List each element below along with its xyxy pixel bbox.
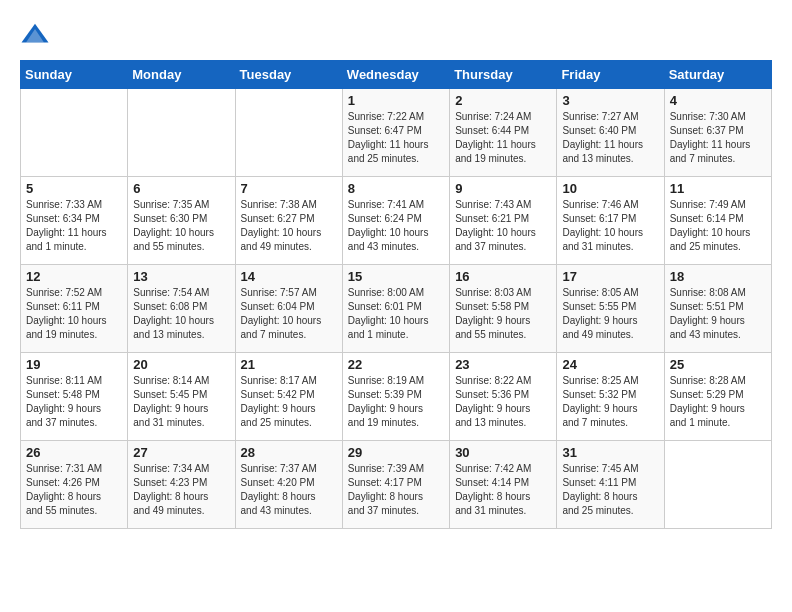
- day-info: Sunrise: 8:08 AM Sunset: 5:51 PM Dayligh…: [670, 286, 766, 342]
- calendar-cell: 28Sunrise: 7:37 AM Sunset: 4:20 PM Dayli…: [235, 441, 342, 529]
- day-info: Sunrise: 7:30 AM Sunset: 6:37 PM Dayligh…: [670, 110, 766, 166]
- logo: [20, 20, 54, 50]
- day-number: 10: [562, 181, 658, 196]
- column-header-friday: Friday: [557, 61, 664, 89]
- day-info: Sunrise: 8:00 AM Sunset: 6:01 PM Dayligh…: [348, 286, 444, 342]
- day-number: 27: [133, 445, 229, 460]
- calendar-cell: 22Sunrise: 8:19 AM Sunset: 5:39 PM Dayli…: [342, 353, 449, 441]
- day-number: 6: [133, 181, 229, 196]
- day-info: Sunrise: 8:03 AM Sunset: 5:58 PM Dayligh…: [455, 286, 551, 342]
- column-header-saturday: Saturday: [664, 61, 771, 89]
- day-number: 11: [670, 181, 766, 196]
- day-number: 15: [348, 269, 444, 284]
- day-info: Sunrise: 7:46 AM Sunset: 6:17 PM Dayligh…: [562, 198, 658, 254]
- calendar-cell: 14Sunrise: 7:57 AM Sunset: 6:04 PM Dayli…: [235, 265, 342, 353]
- calendar-cell: 18Sunrise: 8:08 AM Sunset: 5:51 PM Dayli…: [664, 265, 771, 353]
- day-info: Sunrise: 8:11 AM Sunset: 5:48 PM Dayligh…: [26, 374, 122, 430]
- calendar-header-row: SundayMondayTuesdayWednesdayThursdayFrid…: [21, 61, 772, 89]
- calendar-cell: 7Sunrise: 7:38 AM Sunset: 6:27 PM Daylig…: [235, 177, 342, 265]
- column-header-tuesday: Tuesday: [235, 61, 342, 89]
- calendar-cell: 10Sunrise: 7:46 AM Sunset: 6:17 PM Dayli…: [557, 177, 664, 265]
- day-number: 19: [26, 357, 122, 372]
- page-header: [20, 20, 772, 50]
- calendar-cell: 23Sunrise: 8:22 AM Sunset: 5:36 PM Dayli…: [450, 353, 557, 441]
- calendar-cell: [664, 441, 771, 529]
- day-number: 5: [26, 181, 122, 196]
- calendar-cell: 30Sunrise: 7:42 AM Sunset: 4:14 PM Dayli…: [450, 441, 557, 529]
- calendar-cell: [21, 89, 128, 177]
- calendar-cell: 12Sunrise: 7:52 AM Sunset: 6:11 PM Dayli…: [21, 265, 128, 353]
- day-info: Sunrise: 7:41 AM Sunset: 6:24 PM Dayligh…: [348, 198, 444, 254]
- day-info: Sunrise: 7:38 AM Sunset: 6:27 PM Dayligh…: [241, 198, 337, 254]
- day-info: Sunrise: 8:19 AM Sunset: 5:39 PM Dayligh…: [348, 374, 444, 430]
- week-row-5: 26Sunrise: 7:31 AM Sunset: 4:26 PM Dayli…: [21, 441, 772, 529]
- day-info: Sunrise: 8:17 AM Sunset: 5:42 PM Dayligh…: [241, 374, 337, 430]
- calendar-cell: 19Sunrise: 8:11 AM Sunset: 5:48 PM Dayli…: [21, 353, 128, 441]
- calendar-cell: 24Sunrise: 8:25 AM Sunset: 5:32 PM Dayli…: [557, 353, 664, 441]
- column-header-wednesday: Wednesday: [342, 61, 449, 89]
- day-info: Sunrise: 7:39 AM Sunset: 4:17 PM Dayligh…: [348, 462, 444, 518]
- week-row-2: 5Sunrise: 7:33 AM Sunset: 6:34 PM Daylig…: [21, 177, 772, 265]
- day-info: Sunrise: 7:45 AM Sunset: 4:11 PM Dayligh…: [562, 462, 658, 518]
- day-number: 3: [562, 93, 658, 108]
- day-number: 30: [455, 445, 551, 460]
- calendar-cell: 8Sunrise: 7:41 AM Sunset: 6:24 PM Daylig…: [342, 177, 449, 265]
- day-number: 18: [670, 269, 766, 284]
- calendar-cell: 4Sunrise: 7:30 AM Sunset: 6:37 PM Daylig…: [664, 89, 771, 177]
- day-number: 26: [26, 445, 122, 460]
- calendar-cell: 1Sunrise: 7:22 AM Sunset: 6:47 PM Daylig…: [342, 89, 449, 177]
- day-info: Sunrise: 7:42 AM Sunset: 4:14 PM Dayligh…: [455, 462, 551, 518]
- day-info: Sunrise: 7:27 AM Sunset: 6:40 PM Dayligh…: [562, 110, 658, 166]
- day-number: 16: [455, 269, 551, 284]
- day-info: Sunrise: 7:24 AM Sunset: 6:44 PM Dayligh…: [455, 110, 551, 166]
- day-number: 12: [26, 269, 122, 284]
- day-info: Sunrise: 7:49 AM Sunset: 6:14 PM Dayligh…: [670, 198, 766, 254]
- day-number: 28: [241, 445, 337, 460]
- calendar-cell: 3Sunrise: 7:27 AM Sunset: 6:40 PM Daylig…: [557, 89, 664, 177]
- week-row-3: 12Sunrise: 7:52 AM Sunset: 6:11 PM Dayli…: [21, 265, 772, 353]
- logo-icon: [20, 20, 50, 50]
- day-info: Sunrise: 7:37 AM Sunset: 4:20 PM Dayligh…: [241, 462, 337, 518]
- calendar-cell: 27Sunrise: 7:34 AM Sunset: 4:23 PM Dayli…: [128, 441, 235, 529]
- calendar-cell: 29Sunrise: 7:39 AM Sunset: 4:17 PM Dayli…: [342, 441, 449, 529]
- day-info: Sunrise: 7:31 AM Sunset: 4:26 PM Dayligh…: [26, 462, 122, 518]
- day-number: 21: [241, 357, 337, 372]
- calendar-cell: 15Sunrise: 8:00 AM Sunset: 6:01 PM Dayli…: [342, 265, 449, 353]
- day-number: 22: [348, 357, 444, 372]
- column-header-sunday: Sunday: [21, 61, 128, 89]
- calendar-cell: 11Sunrise: 7:49 AM Sunset: 6:14 PM Dayli…: [664, 177, 771, 265]
- day-number: 23: [455, 357, 551, 372]
- calendar-cell: 21Sunrise: 8:17 AM Sunset: 5:42 PM Dayli…: [235, 353, 342, 441]
- calendar-cell: 2Sunrise: 7:24 AM Sunset: 6:44 PM Daylig…: [450, 89, 557, 177]
- calendar-cell: 13Sunrise: 7:54 AM Sunset: 6:08 PM Dayli…: [128, 265, 235, 353]
- column-header-thursday: Thursday: [450, 61, 557, 89]
- calendar-cell: 17Sunrise: 8:05 AM Sunset: 5:55 PM Dayli…: [557, 265, 664, 353]
- day-info: Sunrise: 7:34 AM Sunset: 4:23 PM Dayligh…: [133, 462, 229, 518]
- calendar-cell: 6Sunrise: 7:35 AM Sunset: 6:30 PM Daylig…: [128, 177, 235, 265]
- day-info: Sunrise: 7:54 AM Sunset: 6:08 PM Dayligh…: [133, 286, 229, 342]
- day-number: 1: [348, 93, 444, 108]
- day-info: Sunrise: 7:22 AM Sunset: 6:47 PM Dayligh…: [348, 110, 444, 166]
- calendar-cell: [235, 89, 342, 177]
- calendar-cell: 20Sunrise: 8:14 AM Sunset: 5:45 PM Dayli…: [128, 353, 235, 441]
- day-number: 8: [348, 181, 444, 196]
- day-number: 25: [670, 357, 766, 372]
- day-number: 24: [562, 357, 658, 372]
- day-number: 4: [670, 93, 766, 108]
- day-info: Sunrise: 8:05 AM Sunset: 5:55 PM Dayligh…: [562, 286, 658, 342]
- day-number: 17: [562, 269, 658, 284]
- day-number: 13: [133, 269, 229, 284]
- calendar-cell: 16Sunrise: 8:03 AM Sunset: 5:58 PM Dayli…: [450, 265, 557, 353]
- day-number: 14: [241, 269, 337, 284]
- calendar-cell: 9Sunrise: 7:43 AM Sunset: 6:21 PM Daylig…: [450, 177, 557, 265]
- day-number: 20: [133, 357, 229, 372]
- calendar-cell: [128, 89, 235, 177]
- day-info: Sunrise: 8:25 AM Sunset: 5:32 PM Dayligh…: [562, 374, 658, 430]
- day-number: 2: [455, 93, 551, 108]
- day-number: 31: [562, 445, 658, 460]
- calendar-cell: 25Sunrise: 8:28 AM Sunset: 5:29 PM Dayli…: [664, 353, 771, 441]
- day-number: 7: [241, 181, 337, 196]
- day-info: Sunrise: 7:43 AM Sunset: 6:21 PM Dayligh…: [455, 198, 551, 254]
- day-info: Sunrise: 8:22 AM Sunset: 5:36 PM Dayligh…: [455, 374, 551, 430]
- column-header-monday: Monday: [128, 61, 235, 89]
